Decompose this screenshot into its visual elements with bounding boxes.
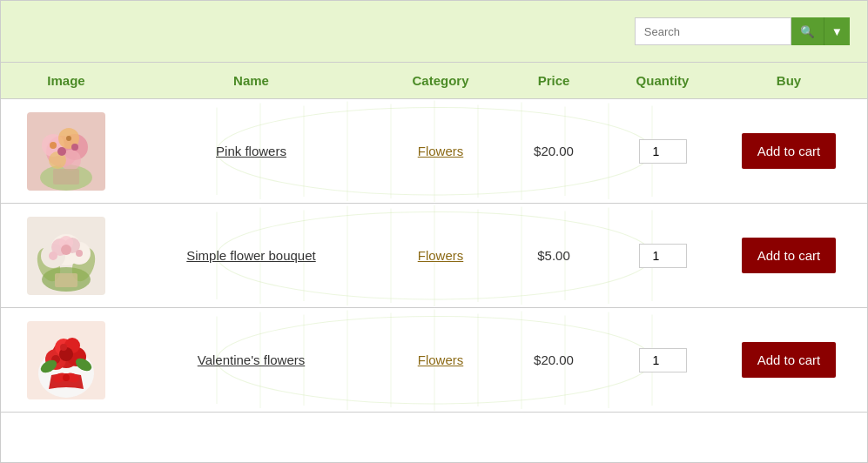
quantity-input-3[interactable] [639, 348, 687, 372]
product-name-link-1[interactable]: Pink flowers [216, 144, 286, 158]
header: 🔍 ▼ [1, 1, 867, 62]
product-image-simple [27, 217, 105, 295]
svg-point-8 [57, 147, 66, 156]
column-header-buy: Buy [719, 73, 858, 88]
cell-buy-1: Add to cart [719, 133, 858, 169]
chevron-down-icon: ▼ [831, 25, 843, 38]
cell-buy-2: Add to cart [719, 238, 858, 273]
app-container: 🔍 ▼ Image Name Category Price Quantity B… [0, 0, 868, 463]
column-header-name: Name [123, 73, 380, 88]
svg-point-23 [61, 245, 71, 255]
product-image-valentine [27, 321, 105, 399]
search-icon: 🔍 [800, 25, 815, 38]
cell-name-2: Simple flower bouquet [123, 248, 380, 264]
add-to-cart-button-1[interactable]: Add to cart [742, 133, 837, 169]
table-header: Image Name Category Price Quantity Buy [1, 62, 867, 99]
svg-point-10 [50, 142, 57, 149]
column-header-image: Image [10, 73, 123, 88]
svg-point-25 [76, 250, 83, 257]
table-row: Pink flowers Flowers $20.00 Add to cart [1, 99, 867, 204]
column-header-category: Category [380, 73, 501, 88]
cell-name-1: Pink flowers [123, 144, 380, 159]
quantity-input-2[interactable] [639, 244, 687, 268]
quantity-input-1[interactable] [639, 139, 687, 164]
search-input[interactable] [635, 17, 791, 45]
search-dropdown-button[interactable]: ▼ [824, 17, 850, 45]
cell-image-1 [10, 112, 123, 191]
cell-category-2: Flowers [380, 248, 501, 264]
product-category-link-2[interactable]: Flowers [418, 248, 464, 263]
cell-category-3: Flowers [380, 352, 501, 368]
cell-buy-3: Add to cart [719, 342, 858, 378]
table-row: Valentine's flowers Flowers $20.00 Add t… [1, 308, 867, 413]
cell-price-3: $20.00 [501, 352, 606, 367]
add-to-cart-button-2[interactable]: Add to cart [742, 238, 837, 273]
cell-price-1: $20.00 [501, 144, 606, 158]
svg-rect-26 [55, 273, 77, 287]
table-row: Simple flower bouquet Flowers $5.00 Add … [1, 204, 867, 308]
search-wrapper: 🔍 ▼ [635, 17, 850, 45]
cell-quantity-2 [606, 244, 719, 268]
search-button[interactable]: 🔍 [791, 17, 824, 45]
cell-price-2: $5.00 [501, 248, 606, 263]
product-name-link-3[interactable]: Valentine's flowers [198, 352, 305, 367]
product-category-link-1[interactable]: Flowers [418, 144, 464, 158]
svg-point-11 [66, 136, 71, 141]
add-to-cart-button-3[interactable]: Add to cart [742, 342, 837, 378]
svg-point-36 [60, 344, 67, 351]
svg-point-41 [63, 374, 70, 381]
cell-quantity-1 [606, 139, 719, 164]
product-name-link-2[interactable]: Simple flower bouquet [186, 248, 315, 263]
product-image-pink [27, 112, 105, 191]
cell-category-1: Flowers [380, 144, 501, 159]
cell-image-2 [10, 217, 123, 295]
column-header-price: Price [501, 73, 606, 88]
svg-rect-12 [53, 169, 79, 185]
cell-image-3 [10, 321, 123, 399]
cell-name-3: Valentine's flowers [123, 352, 380, 368]
svg-point-9 [71, 144, 78, 151]
column-header-quantity: Quantity [606, 73, 719, 88]
product-category-link-3[interactable]: Flowers [418, 352, 464, 367]
cell-quantity-3 [606, 348, 719, 372]
svg-point-24 [49, 252, 57, 260]
